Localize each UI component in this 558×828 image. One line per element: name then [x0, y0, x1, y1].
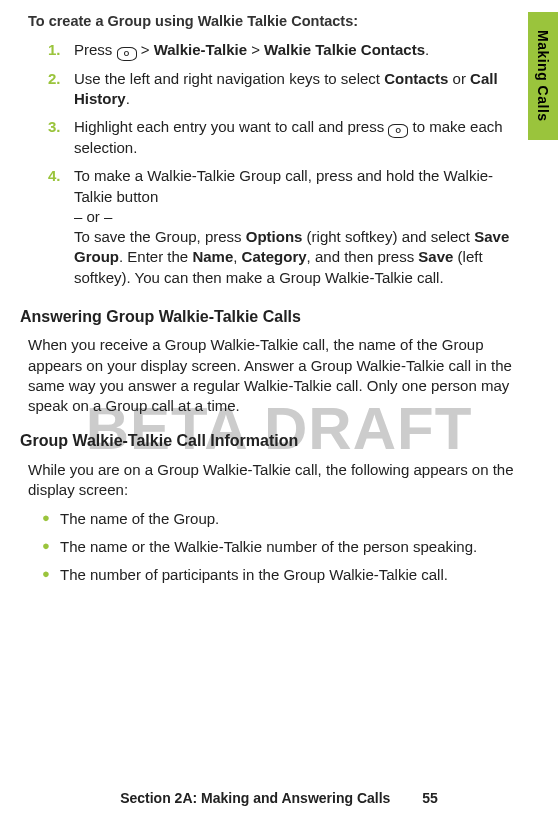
section-tab: Making Calls	[528, 12, 558, 140]
list-item: ● The name of the Group.	[42, 509, 514, 529]
page-footer: Section 2A: Making and Answering Calls 5…	[0, 789, 558, 808]
menu-key-icon: O	[117, 47, 137, 61]
list-item: ● The number of participants in the Grou…	[42, 565, 514, 585]
step-2: 2. Use the left and right navigation key…	[48, 69, 514, 110]
page-content: To create a Group using Walkie Talkie Co…	[28, 12, 514, 593]
section-tab-label: Making Calls	[534, 30, 553, 122]
paragraph-call-info: While you are on a Group Walkie-Talkie c…	[28, 460, 514, 501]
heading-answering: Answering Group Walkie-Talkie Calls	[20, 306, 514, 328]
step-text: Highlight each entry you want to call an…	[74, 117, 514, 158]
list-item-text: The name or the Walkie-Talkie number of …	[60, 537, 477, 557]
heading-call-info: Group Walkie-Talkie Call Information	[20, 430, 514, 452]
step-text: To make a Walkie-Talkie Group call, pres…	[74, 166, 514, 288]
step-number: 1.	[48, 40, 74, 61]
intro-heading: To create a Group using Walkie Talkie Co…	[28, 12, 514, 32]
step-number: 4.	[48, 166, 74, 288]
footer-page-number: 55	[422, 790, 438, 806]
list-item-text: The number of participants in the Group …	[60, 565, 448, 585]
step-text: Press O > Walkie-Talkie > Walkie Talkie …	[74, 40, 514, 61]
menu-key-icon: O	[388, 124, 408, 138]
step-4: 4. To make a Walkie-Talkie Group call, p…	[48, 166, 514, 288]
steps-list: 1. Press O > Walkie-Talkie > Walkie Talk…	[48, 40, 514, 288]
bullet-list: ● The name of the Group. ● The name or t…	[42, 509, 514, 586]
paragraph-answering: When you receive a Group Walkie-Talkie c…	[28, 335, 514, 416]
bullet-icon: ●	[42, 565, 60, 585]
step-3: 3. Highlight each entry you want to call…	[48, 117, 514, 158]
bullet-icon: ●	[42, 537, 60, 557]
step-number: 3.	[48, 117, 74, 158]
list-item-text: The name of the Group.	[60, 509, 219, 529]
list-item: ● The name or the Walkie-Talkie number o…	[42, 537, 514, 557]
step-text: Use the left and right navigation keys t…	[74, 69, 514, 110]
bullet-icon: ●	[42, 509, 60, 529]
step-number: 2.	[48, 69, 74, 110]
step-1: 1. Press O > Walkie-Talkie > Walkie Talk…	[48, 40, 514, 61]
footer-section: Section 2A: Making and Answering Calls	[120, 790, 390, 806]
